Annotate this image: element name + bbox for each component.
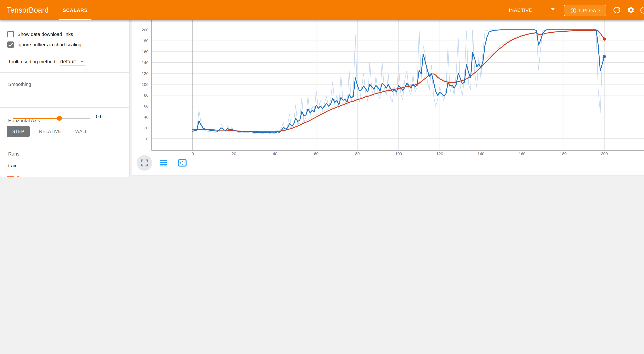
divider	[0, 147, 130, 147]
run-row[interactable]: train/20201015-215937	[8, 176, 69, 177]
series-line	[193, 30, 602, 134]
expand-chart-button[interactable]	[137, 155, 152, 171]
x-tick-label: 200	[601, 152, 608, 156]
run-checkbox[interactable]	[8, 176, 14, 177]
checkbox-show-download[interactable]	[8, 31, 14, 38]
app-title: TensorBoard	[7, 6, 49, 14]
y-tick-label: 40	[144, 115, 148, 120]
fit-to-data-icon	[178, 158, 187, 167]
y-tick-label: 180	[142, 38, 148, 43]
info-icon	[570, 8, 576, 14]
rewards-chart-card: 0204060801001201401601802000204060801001…	[132, 20, 644, 176]
run-label: train/20201015-215937	[23, 176, 69, 177]
horizontal-axis-label: Horizontal Axis	[8, 118, 40, 123]
y-tick-label: 100	[142, 82, 148, 87]
x-tick-label: 80	[355, 152, 360, 156]
show-download-links-row[interactable]: Show data download links	[8, 31, 73, 38]
tooltip-sorting-value: default	[60, 58, 76, 64]
series-end-dot	[603, 38, 606, 41]
x-tick-label: 160	[519, 152, 526, 156]
y-tick-label: 200	[142, 28, 148, 32]
x-tick-label: 140	[478, 152, 484, 156]
checkbox-label: Ignore outliers in chart scaling	[18, 42, 81, 48]
y-tick-label: 0	[146, 137, 148, 141]
settings-gear-icon[interactable]	[627, 6, 635, 14]
upload-button[interactable]: UPLOAD	[564, 5, 606, 16]
main-content: 0204060801001201401601802000204060801001…	[130, 20, 644, 177]
y-tick-label: 60	[144, 104, 148, 108]
run-color-circle-icon	[16, 176, 20, 177]
x-tick-label: 60	[314, 152, 318, 156]
slider-thumb[interactable]	[57, 116, 62, 121]
tooltip-sorting-select[interactable]: default	[60, 58, 86, 66]
dropdown-underline	[509, 15, 557, 15]
toggle-y-axis-button[interactable]	[156, 155, 171, 171]
y-tick-label: 120	[142, 71, 148, 76]
app-header: TensorBoard SCALARS INACTIVE UPLOAD	[0, 0, 644, 20]
refresh-icon[interactable]	[613, 6, 621, 14]
chart-toolbar	[137, 155, 190, 171]
x-tick-label: 0	[192, 152, 194, 156]
smoothing-value-input[interactable]: 0.6	[96, 114, 118, 121]
smoothing-label: Smoothing	[8, 82, 31, 87]
y-tick-label: 20	[144, 126, 148, 130]
x-tick-label: 100	[395, 152, 402, 156]
rewards-chart[interactable]: 0204060801001201401601802000204060801001…	[132, 20, 644, 176]
chevron-down-icon	[551, 8, 555, 10]
checkbox-label: Show data download links	[18, 32, 73, 37]
help-icon[interactable]	[640, 6, 644, 14]
x-tick-label: 40	[273, 152, 277, 156]
y-tick-label: 140	[142, 60, 148, 65]
chevron-down-icon	[80, 61, 84, 62]
sidebar: Show data download links Ignore outliers…	[0, 20, 130, 177]
lines-icon	[159, 158, 168, 167]
axis-button-wall[interactable]: WALL	[71, 126, 92, 137]
upload-label: UPLOAD	[579, 8, 600, 13]
status-dropdown[interactable]: INACTIVE	[509, 0, 558, 20]
tooltip-sorting-label: Tooltip sorting method:	[8, 59, 57, 64]
tooltip-sorting-row: Tooltip sorting method: default	[8, 58, 86, 66]
runs-label: Runs	[8, 151, 20, 157]
divider	[0, 72, 130, 72]
y-tick-label: 80	[144, 93, 148, 98]
checkbox-ignore-outliers[interactable]	[8, 42, 14, 48]
y-tick-label: 160	[142, 50, 148, 54]
series-end-dot	[603, 55, 606, 58]
axis-button-relative[interactable]: RELATIVE	[35, 126, 66, 137]
fullscreen-icon	[140, 158, 149, 167]
x-tick-label: 180	[560, 152, 566, 156]
axis-button-step[interactable]: STEP	[7, 126, 30, 137]
ignore-outliers-row[interactable]: Ignore outliers in chart scaling	[8, 42, 81, 48]
status-label: INACTIVE	[509, 8, 532, 13]
horizontal-axis-buttons: STEP RELATIVE WALL	[7, 126, 92, 137]
divider	[0, 108, 130, 108]
x-tick-label: 120	[436, 152, 443, 156]
fit-domain-button[interactable]	[174, 155, 190, 171]
tab-scalars[interactable]: SCALARS	[59, 0, 91, 20]
tensorboard-app: TensorBoard SCALARS INACTIVE UPLOAD	[0, 0, 644, 177]
x-tick-label: 20	[232, 152, 236, 156]
runs-filter-input[interactable]: train	[8, 163, 122, 171]
